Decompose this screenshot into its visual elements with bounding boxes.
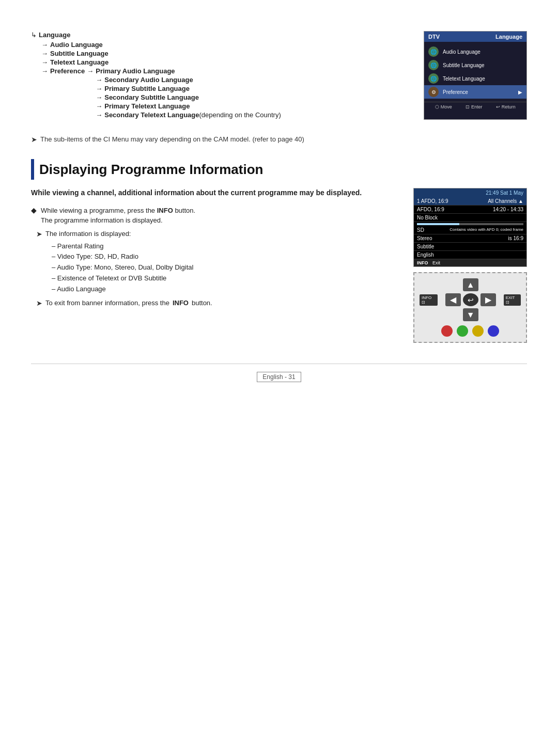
info-row-1: 1 AFDO, 16:9 All Channels ▲ <box>414 197 526 206</box>
footer-move: ⬡ Move <box>435 104 452 109</box>
remote-control: INFO ⊡ ▲ ◀ ↩ ▶ ▼ EXIT ⊡ <box>413 272 527 343</box>
page-title: Displaying Programme Information <box>39 162 263 178</box>
list-item-2: Video Type: SD, HD, Radio <box>47 251 398 262</box>
nav-left-btn[interactable]: ◀ <box>445 293 461 306</box>
nav-ok-btn[interactable]: ↩ <box>463 293 478 306</box>
list-item-5: Audio Language <box>47 284 398 295</box>
footer-return: ↩ Return <box>496 104 516 109</box>
subtitle-language-item: → Subtitle Language <box>41 50 408 57</box>
teletext-language-label: Teletext Language <box>50 58 109 66</box>
tv-menu-screenshot: DTV Language 🌐 Audio Language 🌐 Subtitle… <box>424 31 527 120</box>
secondary-audio-label: Secondary Audio Language <box>104 76 193 84</box>
info-row1-left: 1 AFDO, 16:9 <box>417 198 448 204</box>
blue-button[interactable] <box>488 325 499 337</box>
info-row2-left: AFDO, 16:9 <box>417 207 444 212</box>
bold-intro: While viewing a channel, additional info… <box>31 188 398 198</box>
tv-menu-header-left: DTV <box>428 34 440 40</box>
sub-note2-arrow: ➤ <box>36 299 42 307</box>
content-right: 21:49 Sat 1 May 1 AFDO, 16:9 All Channel… <box>413 188 527 343</box>
hint-note: ➤ The sub-items of the CI Menu may vary … <box>31 135 527 144</box>
audio-language-label: Audio Language <box>50 41 103 49</box>
content-left: While viewing a channel, additional info… <box>31 188 398 343</box>
red-button[interactable] <box>441 325 453 337</box>
primary-subtitle-label: Primary Subtitle Language <box>104 85 190 92</box>
info-footer: INFO Exit <box>414 259 526 266</box>
root-label: Language <box>39 31 70 39</box>
bullet1-text2: button. <box>173 207 195 214</box>
bullet1-bold: INFO <box>157 207 173 214</box>
primary-audio-language: Primary Audio Language <box>96 67 281 75</box>
menu-row-audio: 🌐 Audio Language <box>424 45 526 58</box>
nav-down-btn[interactable]: ▼ <box>463 308 478 321</box>
globe-icon-1: 🌐 <box>428 46 439 57</box>
subtitle-language-label: Subtitle Language <box>50 50 109 57</box>
preference-sub-items: Primary Audio Language → Secondary Audio… <box>96 67 281 120</box>
remote-circles <box>441 325 499 337</box>
info-row-5: Stereo is 16:9 <box>414 234 526 243</box>
green-button[interactable] <box>457 325 468 337</box>
info-row5-right: is 16:9 <box>508 235 523 241</box>
language-section: ↳ Language → Audio Language → Subtitle L… <box>31 31 527 120</box>
menu-row-teletext: 🌐 Teletext Language <box>424 72 526 85</box>
tv-menu-header: DTV Language <box>424 32 526 42</box>
sub-arrow5: → <box>96 102 102 110</box>
sub-note2-post: button. <box>192 299 212 307</box>
info-row-4: SD Contains video with AFD 0; coded fram… <box>414 226 526 234</box>
audio-language-item: → Audio Language <box>41 41 408 49</box>
bullet1-sub: The programme information is displayed. <box>41 216 163 224</box>
sub-arrow6: → <box>96 111 102 119</box>
secondary-teletext-language: → Secondary Teletext Language (depending… <box>96 111 281 119</box>
yellow-button[interactable] <box>472 325 484 337</box>
info-row4-right: Contains video with AFD 0; coded frame <box>450 227 523 233</box>
root-arrow: ↳ <box>31 31 37 39</box>
page-footer: English - 31 <box>31 364 527 382</box>
info-row2-right: 14:20 - 14:33 <box>493 207 523 212</box>
tv-menu-header-right: Language <box>495 34 522 40</box>
arrow4: → <box>41 67 48 75</box>
info-row-3: No Block <box>414 214 526 222</box>
language-tree: ↳ Language → Audio Language → Subtitle L… <box>31 31 408 120</box>
sub-note-1: ➤ The information is displayed: <box>36 230 398 238</box>
preference-arrow: ▶ <box>518 89 522 95</box>
menu-preference-label: Preference <box>443 89 468 95</box>
preference-label: Preference <box>50 67 85 75</box>
arrow2: → <box>41 50 48 57</box>
list-item-3: Audio Type: Mono, Stereo, Dual, Dolby Di… <box>47 262 398 273</box>
nav-up-btn[interactable]: ▲ <box>463 278 478 291</box>
bullet1-text1: While viewing a programme, press the <box>41 207 157 214</box>
secondary-subtitle-label: Secondary Subtitle Language <box>104 93 199 101</box>
nav-right-btn[interactable]: ▶ <box>481 293 496 306</box>
remote-top-row: INFO ⊡ ▲ ◀ ↩ ▶ ▼ EXIT ⊡ <box>420 278 521 321</box>
info-row6-left: Subtitle <box>417 244 434 249</box>
preference-label-container: → Preference → <box>41 67 94 75</box>
secondary-subtitle-language: → Secondary Subtitle Language <box>96 93 281 101</box>
progress-fill <box>417 223 459 225</box>
menu-audio-label: Audio Language <box>443 49 481 55</box>
preference-row: → Preference → Primary Audio Language → … <box>41 67 408 120</box>
list-item-1: Parental Rating <box>47 241 398 252</box>
info-footer-right: Exit <box>432 260 440 265</box>
exit-btn: EXIT ⊡ <box>504 294 521 306</box>
info-row7-left: English <box>417 252 434 258</box>
info-row-7: English <box>414 251 526 259</box>
section-header: Displaying Programme Information <box>31 159 527 180</box>
info-screen: 21:49 Sat 1 May 1 AFDO, 16:9 All Channel… <box>413 188 527 267</box>
section-bar <box>31 159 34 180</box>
tree-level1: → Audio Language → Subtitle Language → T… <box>41 41 408 120</box>
menu-row-subtitle: 🌐 Subtitle Language <box>424 58 526 72</box>
footer-enter: ⊡ Enter <box>466 104 482 109</box>
primary-subtitle-language: → Primary Subtitle Language <box>96 85 281 92</box>
sub-arrow3: → <box>96 85 102 92</box>
arrow3: → <box>41 58 48 66</box>
info-row1-right: All Channels ▲ <box>488 198 523 204</box>
teletext-language-item: → Teletext Language <box>41 58 408 66</box>
info-row-6: Subtitle <box>414 243 526 251</box>
menu-row-preference: ⚙ Preference ▶ <box>424 85 526 99</box>
menu-teletext-label: Teletext Language <box>443 76 485 82</box>
gear-icon: ⚙ <box>428 87 439 97</box>
sub-arrow4: → <box>96 93 102 101</box>
list-items: Parental Rating Video Type: SD, HD, Radi… <box>47 241 398 295</box>
tv-menu-footer: ⬡ Move ⊡ Enter ↩ Return <box>424 102 526 112</box>
secondary-audio-language: → Secondary Audio Language <box>96 76 281 84</box>
main-content: While viewing a channel, additional info… <box>31 188 527 343</box>
